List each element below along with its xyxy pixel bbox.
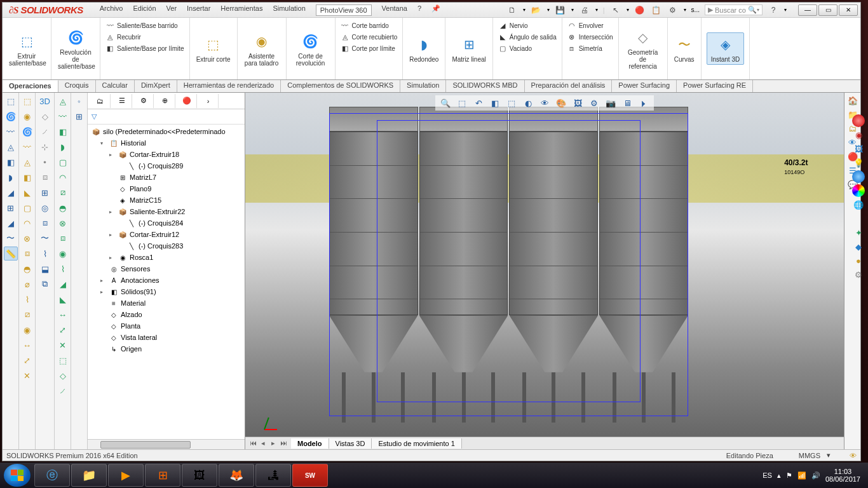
outer-globe-icon[interactable]: 🌐 (852, 198, 865, 211)
task-solidworks[interactable]: SW (292, 464, 328, 487)
tool-wrap-icon[interactable]: ◠ (20, 216, 34, 230)
menu-photoview360[interactable]: PhotoView 360 (316, 4, 372, 16)
tool-linpattern2-icon[interactable]: ⊞ (38, 186, 52, 200)
status-dropdown-icon[interactable]: ▾ (827, 451, 831, 459)
linear-pattern-button[interactable]: ⊞Matriz lineal (451, 33, 487, 64)
tree-item[interactable]: ╲(-) Croquis284 (88, 217, 245, 229)
options-icon[interactable]: 📋 (651, 5, 662, 15)
instant3d-button[interactable]: ◈Instant 3D (707, 32, 745, 65)
tool-axis-icon[interactable]: ⟋ (38, 125, 52, 139)
outer-tool2-icon[interactable]: ◆ (852, 240, 865, 253)
display-style-icon[interactable]: ◐ (522, 97, 534, 109)
tool-cut-icon[interactable]: ⬚ (20, 94, 34, 108)
boundary-cut-button[interactable]: ◧Corte por límite (339, 43, 397, 53)
tool-dome-icon[interactable]: ◓ (20, 262, 34, 276)
task-firefox[interactable]: 🦊 (219, 464, 254, 487)
view-orientation-icon[interactable]: ⬚ (505, 97, 518, 109)
outer-tool4-icon[interactable]: ⚙ (852, 268, 865, 281)
task-explorer[interactable]: 📁 (71, 464, 107, 487)
view-settings-icon[interactable]: ⚙ (588, 97, 600, 109)
hide-show-icon[interactable]: 👁 (538, 97, 551, 109)
rebuild-icon[interactable]: 🔴 (634, 5, 646, 15)
tool-move-icon[interactable]: ↔ (20, 338, 34, 352)
tool-surf7-icon[interactable]: ⧄ (56, 186, 70, 200)
tool-curve-icon[interactable]: 〜 (38, 231, 52, 245)
tab-estudio-movimiento[interactable]: Estudio de movimiento 1 (372, 438, 461, 449)
settings-icon[interactable]: ⚙ (667, 5, 679, 15)
tool-scale-icon[interactable]: ⤢ (20, 353, 34, 367)
tree-item[interactable]: ▸📦Cortar-Extruir18 (88, 149, 245, 160)
tool-coord-icon[interactable]: ⊹ (38, 140, 52, 154)
tree-item[interactable]: ▸◉Rosca1 (88, 252, 245, 263)
tab-vistas3d[interactable]: Vistas 3D (329, 438, 372, 449)
search-box[interactable]: ▶ Buscar co 🔍▾ (705, 4, 763, 15)
tree-item[interactable]: ◇Vista lateral (88, 332, 245, 343)
minimize-button[interactable]: — (798, 4, 817, 16)
tab-power-surfacing-re[interactable]: Power Surfacing RE (677, 80, 753, 92)
expand-icon[interactable]: ▸ (109, 209, 116, 215)
tool-extrude-icon[interactable]: ⬚ (4, 94, 18, 108)
tool-surf16-icon[interactable]: ⤢ (56, 323, 70, 337)
menu-ventana[interactable]: Ventana (382, 4, 407, 16)
tool-split-icon[interactable]: ⧄ (20, 308, 34, 322)
tool-surf2-icon[interactable]: 〰 (56, 109, 70, 123)
filter-icon[interactable]: ▽ (92, 112, 97, 121)
tool-mirror-icon[interactable]: ⧈ (20, 247, 34, 261)
menu-insertar[interactable]: Insertar (187, 4, 210, 16)
tool-surf3-icon[interactable]: ◧ (56, 125, 70, 139)
tool-surf15-icon[interactable]: ↔ (56, 308, 70, 322)
tray-clock[interactable]: 11:0308/06/2017 (825, 468, 864, 483)
tab-next-icon[interactable]: ▸ (268, 439, 278, 447)
tool-intersect-icon[interactable]: ⊗ (20, 231, 34, 245)
task-home-icon[interactable]: 🏠 (846, 94, 859, 107)
tab-calcular[interactable]: Calcular (96, 80, 135, 92)
wrap-button[interactable]: ◠Envolver (566, 20, 605, 30)
status-eye-icon[interactable]: 👁 (850, 452, 857, 459)
tool-plane-icon[interactable]: ◇ (38, 109, 52, 123)
tool-measure-icon[interactable]: 📏 (4, 247, 18, 261)
section-view-icon[interactable]: ◧ (489, 97, 501, 109)
tool-surf5-icon[interactable]: ▢ (56, 155, 70, 169)
status-units[interactable]: MMGS (799, 452, 820, 459)
tool-helix-icon[interactable]: ⌇ (38, 247, 52, 261)
swept-boss-button[interactable]: 〰Saliente/Base barrido (104, 20, 179, 30)
menu-ver[interactable]: Ver (166, 4, 177, 16)
expand-tab-icon[interactable]: › (198, 94, 219, 108)
cursor-icon[interactable]: ↖ (610, 5, 621, 15)
orientation-triad[interactable] (264, 411, 283, 430)
tab-complementos[interactable]: Complementos de SOLIDWORKS (281, 80, 400, 92)
tab-prep-analisis[interactable]: Preparación del análisis (525, 80, 613, 92)
tool-spline-icon[interactable]: 〜 (4, 231, 18, 245)
expand-icon[interactable]: ▸ (109, 152, 116, 158)
expand-icon[interactable]: ▸ (100, 278, 107, 283)
tool-shell-icon[interactable]: ▢ (20, 201, 34, 215)
zoom-fit-icon[interactable]: 🔍 (439, 97, 452, 109)
tool-cutloft-icon[interactable]: ◬ (20, 155, 34, 169)
edit-appearance-icon[interactable]: 🎨 (555, 97, 567, 109)
panel-scrollbar[interactable] (88, 439, 245, 449)
expand-icon[interactable]: ▸ (109, 255, 116, 261)
tool-mirror2-icon[interactable]: ⧈ (38, 216, 52, 230)
tab-modelo[interactable]: Modelo (291, 438, 329, 449)
tool-rib-icon[interactable]: ◢ (4, 216, 18, 230)
ref-geometry-button[interactable]: ◇Geometría de referencia (624, 26, 662, 71)
revolved-cut-button[interactable]: 🌀Corte de revolución (292, 30, 330, 68)
tab-first-icon[interactable]: ⏮ (248, 439, 258, 447)
tree-item[interactable]: ◇Planta (88, 320, 245, 332)
extrude-boss-button[interactable]: ⬚Extruir saliente/base (8, 30, 46, 68)
tool-revolve-icon[interactable]: 🌀 (4, 109, 18, 123)
tool-combine-icon[interactable]: ◉ (20, 323, 34, 337)
print-icon[interactable]: 🖨 (579, 5, 590, 15)
tree-root[interactable]: 📦silo (Predeterminado<<Predeterminado (88, 126, 245, 137)
outer-appearance-icon[interactable] (852, 114, 865, 127)
outer-scene-icon[interactable]: 🖼 (852, 142, 865, 155)
mirror-button[interactable]: ⧈Simetría (566, 43, 604, 53)
property-manager-tab-icon[interactable]: ☰ (112, 94, 132, 108)
tree-item[interactable]: ╲(-) Croquis289 (88, 160, 245, 172)
screen-icon[interactable]: 🖥 (621, 97, 634, 109)
tool-loft-icon[interactable]: ◬ (4, 140, 18, 154)
help-icon[interactable]: ? (768, 5, 779, 15)
pin-icon[interactable]: 📌 (431, 4, 440, 16)
close-button[interactable]: ✕ (839, 4, 858, 16)
config-manager-tab-icon[interactable]: ⚙ (133, 94, 154, 108)
